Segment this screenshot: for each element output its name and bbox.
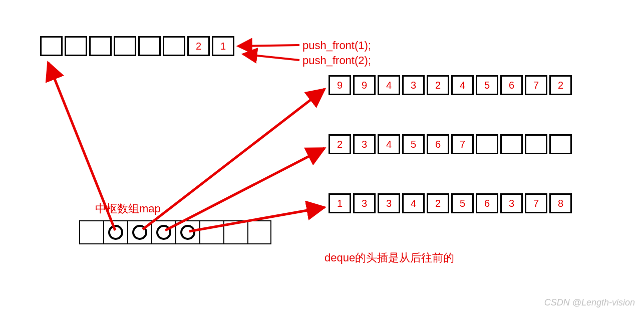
buffer-block-2: 234567 [329, 134, 572, 154]
cell: 8 [549, 193, 572, 213]
cell: 5 [451, 193, 474, 213]
cell: 7 [451, 134, 474, 154]
cell [500, 134, 523, 154]
top-buffer-block: 21 [40, 36, 234, 56]
cell [89, 36, 112, 56]
arrow-map-to-row2 [165, 148, 325, 230]
cell: 2 [329, 134, 351, 154]
cell: 4 [378, 75, 400, 95]
cell: 3 [402, 75, 425, 95]
map-cell [247, 220, 271, 244]
cell: 2 [427, 75, 449, 95]
cell [138, 36, 161, 56]
cell: 2 [427, 193, 449, 213]
map-title-label: 中枢数组map [95, 201, 161, 216]
cell [549, 134, 572, 154]
map-cell [127, 220, 151, 244]
cell: 6 [427, 134, 449, 154]
cell [163, 36, 185, 56]
cell: 9 [329, 75, 351, 95]
pointer-ring-icon [180, 225, 195, 240]
cell: 4 [402, 193, 425, 213]
push-front-1-label: push_front(1); [302, 39, 371, 52]
map-cell [151, 220, 175, 244]
cell [476, 134, 498, 154]
buffer-block-1: 9943245672 [329, 75, 572, 95]
push-front-2-label: push_front(2); [302, 54, 371, 67]
arrow-push1 [238, 45, 299, 46]
cell: 4 [378, 134, 400, 154]
cell: 3 [500, 193, 523, 213]
cell: 9 [353, 75, 376, 95]
cell: 5 [402, 134, 425, 154]
pointer-ring-icon [108, 225, 123, 240]
cell: 7 [525, 193, 547, 213]
map-cell [79, 220, 103, 244]
map-cell [223, 220, 247, 244]
arrow-push2 [243, 54, 299, 60]
map-cell [199, 220, 223, 244]
cell: 3 [353, 193, 376, 213]
cell [525, 134, 547, 154]
head-insert-note: deque的头插是从后往前的 [325, 250, 454, 265]
central-map-array [79, 220, 271, 244]
map-cell [103, 220, 127, 244]
cell: 2 [549, 75, 572, 95]
cell: 1 [329, 193, 351, 213]
cell: 6 [476, 193, 498, 213]
cell: 4 [451, 75, 474, 95]
pointer-ring-icon [156, 225, 171, 240]
cell: 3 [353, 134, 376, 154]
cell: 6 [500, 75, 523, 95]
cell: 5 [476, 75, 498, 95]
arrow-map-to-row1 [143, 89, 325, 229]
buffer-block-3: 1334256378 [329, 193, 572, 213]
map-cell [175, 220, 199, 244]
cell: 2 [187, 36, 210, 56]
pointer-ring-icon [132, 225, 147, 240]
cell: 3 [378, 193, 400, 213]
cell [65, 36, 87, 56]
cell [114, 36, 136, 56]
cell: 7 [525, 75, 547, 95]
watermark: CSDN @Length-vision [544, 297, 635, 308]
cell: 1 [212, 36, 234, 56]
cell [40, 36, 63, 56]
